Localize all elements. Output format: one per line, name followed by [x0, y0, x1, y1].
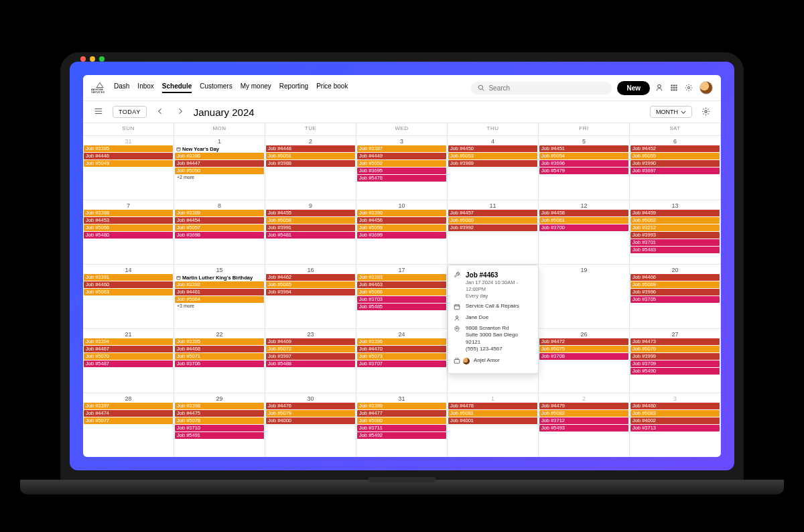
calendar-day[interactable]: 5Job #4451Job #5054Job #3696Job #5479 [539, 136, 630, 200]
job-chip[interactable]: Job #5061 [539, 217, 628, 224]
job-chip[interactable]: Job #5062 [630, 217, 720, 224]
job-chip[interactable]: Job #3706 [175, 360, 264, 367]
search-input[interactable] [488, 84, 605, 92]
job-chip[interactable]: Job #5488 [266, 360, 355, 367]
more-jobs-link[interactable]: +2 more [175, 175, 264, 180]
job-chip[interactable]: Job #5053 [448, 153, 537, 159]
calendar-day[interactable]: 3Job #3387Job #4449Job #5052Job #3695Job… [356, 136, 448, 200]
job-chip[interactable]: Job #5478 [357, 175, 446, 182]
job-chip[interactable]: Job #4478 [448, 403, 537, 409]
job-chip[interactable]: Job #4466 [630, 274, 720, 281]
job-chip[interactable]: Job #4469 [266, 338, 355, 345]
calendar-day[interactable]: 27Job #4473Job #5076Job #3999Job #3709Jo… [630, 329, 721, 393]
job-chip[interactable]: Job #5051 [266, 153, 355, 159]
job-chip[interactable]: Job #3696 [539, 160, 628, 167]
calendar-day[interactable]: 29Job #3398Job #4475Job #5078Job #3710Jo… [174, 393, 265, 457]
calendar-day[interactable]: 19 [539, 265, 630, 328]
job-chip[interactable]: Job #3996 [630, 289, 720, 295]
calendar-day[interactable]: 2Job #4479Job #5082Job #3712Job #5493 [539, 393, 630, 457]
job-chip[interactable]: Job #3991 [266, 224, 355, 231]
job-chip[interactable]: Job #4448 [266, 145, 355, 152]
job-chip[interactable]: Job #3391 [84, 274, 173, 281]
calendar-day[interactable]: 14Job #3391Job #4460Job #5063 [83, 265, 174, 328]
job-chip[interactable]: Job #4477 [357, 410, 446, 417]
nav-reporting[interactable]: Reporting [279, 82, 308, 93]
nav-inbox[interactable]: Inbox [137, 82, 153, 93]
job-chip[interactable]: Job #3713 [630, 425, 720, 431]
job-chip[interactable]: Job #3393 [357, 274, 446, 281]
job-chip[interactable]: Job #4454 [175, 217, 264, 224]
job-chip[interactable]: Job #4000 [266, 417, 355, 424]
job-chip[interactable]: Job #4452 [630, 145, 720, 152]
calendar-day[interactable]: 28Job #3397Job #4474Job #5077 [83, 393, 174, 457]
job-chip[interactable]: Job #3989 [448, 160, 537, 167]
job-chip[interactable]: Job #3212 [630, 224, 720, 231]
job-chip[interactable]: Job #3990 [630, 160, 720, 167]
job-chip[interactable]: Job #4447 [175, 160, 264, 167]
calendar-day[interactable]: 15Martin Luther King's BirthdayJob #3392… [174, 265, 265, 328]
job-chip[interactable]: Job #5079 [266, 410, 355, 417]
job-chip[interactable]: Job #4455 [266, 210, 355, 216]
job-chip[interactable]: Job #5064 [175, 296, 264, 303]
job-chip[interactable]: Job #5058 [266, 217, 355, 224]
job-chip[interactable]: Job #3397 [84, 403, 173, 409]
job-chip[interactable]: Job #5055 [630, 153, 720, 159]
job-chip[interactable]: Job #4459 [630, 210, 720, 216]
job-chip[interactable]: Job #5063 [84, 289, 173, 295]
job-chip[interactable]: Job #3705 [630, 296, 720, 303]
job-chip[interactable]: Job #3997 [266, 353, 355, 360]
job-chip[interactable]: Job #4460 [84, 281, 173, 288]
nav-dash[interactable]: Dash [114, 82, 129, 93]
job-chip[interactable]: Job #5057 [175, 224, 264, 231]
apps-icon[interactable] [670, 84, 678, 92]
calendar-settings-icon[interactable] [699, 106, 713, 119]
job-chip[interactable]: Job #5490 [630, 368, 720, 375]
job-chip[interactable]: Job #5069 [630, 281, 720, 288]
job-chip[interactable]: Job #4467 [84, 346, 173, 352]
menu-icon[interactable] [91, 105, 106, 119]
job-chip[interactable]: Job #5073 [357, 353, 446, 360]
job-chip[interactable]: Job #3386 [175, 153, 264, 159]
job-chip[interactable]: Job #5080 [357, 417, 446, 424]
job-chip[interactable]: Job #5072 [266, 346, 355, 352]
calendar-day[interactable]: 2Job #4448Job #5051Job #3988 [265, 136, 356, 200]
user-avatar[interactable] [699, 81, 713, 94]
job-chip[interactable]: Job #3712 [539, 417, 628, 424]
job-chip[interactable]: Job #5050 [175, 168, 264, 174]
job-chip[interactable]: Job #4001 [448, 417, 537, 424]
job-chip[interactable]: Job #5479 [539, 168, 628, 174]
job-chip[interactable]: Job #4456 [357, 217, 446, 224]
calendar-day[interactable]: 6Job #4452Job #5055Job #3990Job #3697 [630, 136, 721, 200]
job-chip[interactable]: Job #3399 [357, 403, 446, 409]
job-chip[interactable]: Job #4463 [357, 281, 446, 288]
job-chip[interactable]: Job #3398 [175, 403, 264, 409]
job-chip[interactable]: Job #5487 [84, 360, 173, 367]
job-chip[interactable]: Job #4472 [539, 338, 628, 345]
job-chip[interactable]: Job #3387 [357, 145, 446, 152]
job-chip[interactable]: Job #5070 [84, 353, 173, 360]
job-chip[interactable]: Job #5483 [630, 247, 720, 253]
job-chip[interactable]: Job #4451 [539, 145, 628, 152]
job-chip[interactable]: Job #4446 [84, 153, 173, 159]
job-chip[interactable]: Job #3703 [357, 296, 446, 303]
job-chip[interactable]: Job #3992 [448, 224, 537, 231]
job-chip[interactable]: Job #5065 [266, 281, 355, 288]
calendar-day[interactable]: 22Job #3395Job #4468Job #5071Job #3706 [174, 329, 265, 393]
job-chip[interactable]: Job #3708 [539, 353, 628, 360]
more-jobs-link[interactable]: +3 more [175, 304, 264, 308]
job-chip[interactable]: Job #5081 [448, 410, 537, 417]
job-chip[interactable]: Job #3701 [630, 239, 720, 246]
job-chip[interactable]: Job #5075 [539, 346, 628, 352]
job-chip[interactable]: Job #5083 [630, 410, 720, 417]
job-chip[interactable]: Job #5052 [357, 160, 446, 167]
job-chip[interactable]: Job #3994 [266, 289, 355, 295]
job-chip[interactable]: Job #5078 [175, 417, 264, 424]
job-chip[interactable]: Job #4479 [539, 403, 628, 409]
job-chip[interactable]: Job #5492 [357, 432, 446, 439]
job-chip[interactable]: Job #5480 [84, 232, 173, 239]
job-chip[interactable]: Job #4462 [266, 274, 355, 281]
calendar-day[interactable]: 31Job #3385Job #4446Job #5049 [83, 136, 174, 200]
gear-icon[interactable] [685, 84, 693, 92]
job-chip[interactable]: Job #3385 [84, 145, 173, 152]
calendar-day[interactable]: 4Job #4450Job #5053Job #3989 [448, 136, 539, 200]
